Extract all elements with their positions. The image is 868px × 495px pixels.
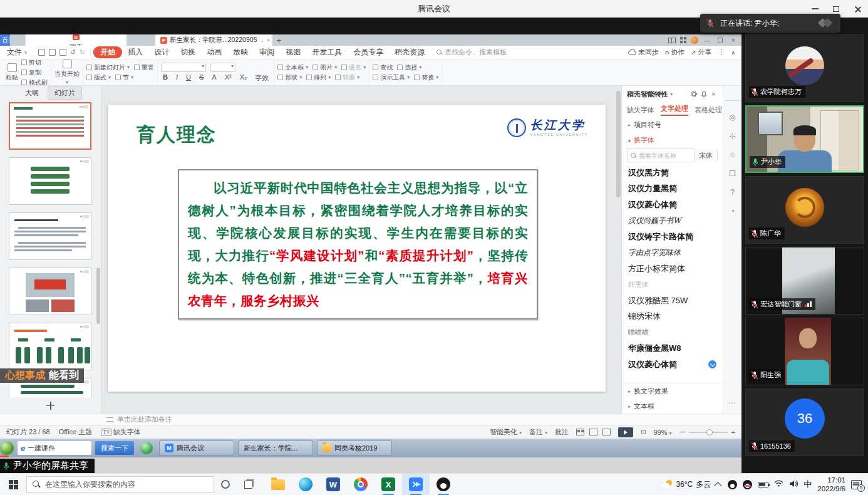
ime-indicator[interactable]: 中 xyxy=(803,479,812,490)
ribbon-轮廓[interactable]: 轮廓 xyxy=(335,73,359,82)
format-B[interactable]: B xyxy=(161,73,170,83)
format-A[interactable]: A xyxy=(210,73,218,83)
section-bullets[interactable]: ▸ 项目符号 xyxy=(622,117,723,132)
section-change-font[interactable]: ▴ 换字体 xyxy=(622,132,723,147)
qq-tray-icon-2[interactable] xyxy=(743,480,752,489)
tab-docer[interactable]: D 稻壳 xyxy=(25,34,127,46)
menu-审阅[interactable]: 审阅 xyxy=(254,46,280,58)
ribbon-剪切[interactable]: 剪切 xyxy=(21,60,48,67)
wps-minimize-icon[interactable]: — xyxy=(703,37,711,44)
start-button[interactable] xyxy=(0,474,26,495)
zoom-level[interactable]: 99% ▾ xyxy=(653,429,671,436)
font-size-select[interactable] xyxy=(210,63,235,72)
comment-button[interactable]: 批注 xyxy=(555,427,569,437)
window-icon[interactable]: ❐ xyxy=(729,169,736,178)
taskbar-search[interactable] xyxy=(26,476,214,493)
beautify-button[interactable]: 智能美化 ▾ xyxy=(490,427,522,437)
add-slide-button[interactable] xyxy=(0,397,101,414)
menu-动画[interactable]: 动画 xyxy=(201,46,227,58)
participant-tile-16155136[interactable]: 36 16155136 xyxy=(745,388,864,456)
font-option[interactable]: 方正小标宋简体 xyxy=(628,261,716,277)
missing-font-status[interactable]: T?缺失字体 xyxy=(101,427,141,437)
account-avatar[interactable] xyxy=(691,36,698,44)
new-tab-button[interactable]: + xyxy=(272,34,285,46)
shared-window-meeting[interactable]: M 腾讯会议 xyxy=(159,440,234,456)
menu-稻壳资源[interactable]: 稻壳资源 xyxy=(389,46,430,58)
font-filter-button[interactable]: 宋体 xyxy=(694,148,717,162)
rail-handle-icon[interactable]: ——— xyxy=(725,97,740,103)
participant-tile-阳生强[interactable]: 阳生强 xyxy=(745,318,864,385)
slide-thumbnail[interactable] xyxy=(9,323,91,370)
menu-切换[interactable]: 切换 xyxy=(175,46,201,58)
ribbon-节[interactable]: 节 xyxy=(115,73,133,82)
section-text-effects[interactable]: ▸ 换文字效果 xyxy=(622,383,723,399)
clock-icon[interactable]: ◔ xyxy=(730,207,735,216)
ribbon-形状[interactable]: 形状 xyxy=(277,73,302,82)
normal-view-icon[interactable] xyxy=(576,429,584,435)
docer-tab-表格处理[interactable]: 表格处理 xyxy=(695,105,722,115)
font-option[interactable]: 字由点字宽味体 xyxy=(628,245,716,261)
help-icon[interactable]: ? xyxy=(730,188,735,197)
ribbon-选择[interactable]: 选择 xyxy=(397,63,421,72)
menu-会员专享[interactable]: 会员专享 xyxy=(348,46,389,58)
print-icon[interactable] xyxy=(49,49,56,56)
star-icon[interactable]: ☆ xyxy=(729,150,736,159)
app-edge[interactable] xyxy=(292,474,319,495)
slide-text-box[interactable]: 以习近平新时代中国特色社会主义思想为指导，以“立德树人”为根本目标，紧密围绕着学… xyxy=(178,169,538,320)
note-button[interactable]: 备注 ▾ xyxy=(529,427,547,437)
app-file-explorer[interactable] xyxy=(264,474,292,495)
wps-close-icon[interactable]: × xyxy=(729,37,738,44)
qq-tray-icon[interactable] xyxy=(728,480,737,489)
format-字效[interactable]: 字效 xyxy=(253,73,271,83)
clock[interactable]: 17:012022/9/6 xyxy=(817,476,845,494)
slideshow-button[interactable] xyxy=(618,427,633,437)
menu-视图[interactable]: 视图 xyxy=(280,46,306,58)
menu-开发工具[interactable]: 开发工具 xyxy=(306,46,348,58)
menu-放映[interactable]: 放映 xyxy=(227,46,254,58)
font-option[interactable]: 汉仪铸字卡路体简 xyxy=(628,229,716,245)
menu-插入[interactable]: 插入 xyxy=(122,46,148,58)
ribbon-图片[interactable]: 图片 xyxy=(313,63,337,72)
participant-tile-尹小华[interactable]: 尹小华 xyxy=(745,105,864,173)
task-view-button[interactable] xyxy=(237,481,259,489)
font-family-select[interactable] xyxy=(161,63,206,72)
format-S[interactable]: S xyxy=(197,73,205,83)
tab-close-icon[interactable]: × xyxy=(267,37,270,43)
collab-button[interactable]: ᴒ协作 xyxy=(665,48,685,57)
chevron-down-icon[interactable]: ▾ xyxy=(670,91,673,97)
undo-icon[interactable]: ↺ xyxy=(70,48,76,56)
theme-name[interactable]: Office 主题 xyxy=(59,427,93,437)
font-option[interactable]: 纤黑体 xyxy=(628,277,716,293)
volume-icon[interactable] xyxy=(789,480,798,489)
font-option[interactable]: 汉仪黑方简 xyxy=(628,165,716,181)
ribbon-替换[interactable]: 替换 xyxy=(414,73,438,82)
ribbon-复制[interactable]: 复制 xyxy=(21,68,48,77)
section-textbox[interactable]: ▸ 文本框 xyxy=(622,399,723,414)
gear-icon[interactable] xyxy=(690,90,698,98)
font-search-box[interactable]: 宋体 xyxy=(627,148,718,162)
skin-icon[interactable]: ◎ xyxy=(729,113,735,122)
slide-thumbnail[interactable] xyxy=(9,268,91,315)
tab-home[interactable]: 首页 xyxy=(0,34,10,46)
zoom-knob[interactable] xyxy=(706,429,713,435)
ribbon-查找[interactable]: 查找 xyxy=(373,63,393,72)
layout-icon[interactable] xyxy=(668,38,676,43)
ribbon-填充[interactable]: 填充 xyxy=(341,63,366,72)
wifi-icon[interactable] xyxy=(774,480,783,489)
cortana-button[interactable] xyxy=(214,480,237,489)
shared-window-folder[interactable]: 同类考核2019 xyxy=(317,440,392,456)
font-option[interactable]: 汉仪雅酷黑 75W xyxy=(628,293,716,309)
ribbon-粘贴[interactable]: 粘贴 xyxy=(6,63,18,82)
shared-search-input[interactable] xyxy=(28,444,78,452)
sync-status[interactable]: 未同步 xyxy=(628,48,659,57)
zoom-slider[interactable] xyxy=(689,432,728,433)
download-font-icon[interactable] xyxy=(708,360,716,368)
app-tencent-meeting[interactable] xyxy=(402,474,430,495)
font-option[interactable]: 汉仪力量黑简 xyxy=(628,181,716,197)
ribbon-文本框[interactable]: 文本框 xyxy=(277,63,308,72)
ribbon-排列[interactable]: 排列 xyxy=(306,73,331,82)
ribbon-重置[interactable]: 重置 xyxy=(134,63,154,72)
slide-panel-tab-大纲[interactable]: 大纲 xyxy=(19,87,45,99)
menu-开始[interactable]: 开始 xyxy=(93,46,122,58)
thumbnails-scrollbar[interactable] xyxy=(96,268,100,324)
